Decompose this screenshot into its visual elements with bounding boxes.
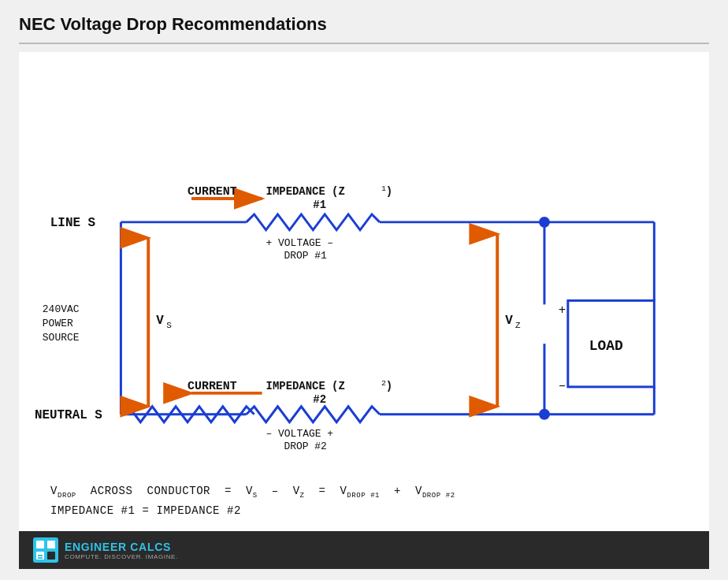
svg-text:V: V bbox=[156, 314, 164, 328]
svg-text:#2: #2 bbox=[313, 393, 326, 406]
brand-name: ENGINEER CALCS bbox=[65, 541, 178, 553]
formula-line-1: VDROP ACROSS CONDUCTOR = VS – VZ = VDROP… bbox=[50, 485, 678, 500]
svg-text:DROP #2: DROP #2 bbox=[284, 441, 326, 452]
svg-rect-52 bbox=[47, 552, 55, 560]
formula-line-2: IMPEDANCE #1 = IMPEDANCE #2 bbox=[50, 504, 678, 517]
diagram-area: LINE S NEUTRAL S 240VAC POWER SOURCE V S… bbox=[19, 60, 709, 478]
svg-text:POWER: POWER bbox=[43, 318, 73, 329]
svg-rect-49 bbox=[36, 541, 44, 548]
circuit-diagram: LINE S NEUTRAL S 240VAC POWER SOURCE V S… bbox=[19, 60, 709, 478]
svg-point-13 bbox=[539, 409, 550, 420]
svg-text:LINE S: LINE S bbox=[50, 216, 96, 230]
svg-point-12 bbox=[539, 217, 550, 228]
svg-text:Z: Z bbox=[515, 321, 521, 330]
brand-icon bbox=[33, 537, 58, 563]
svg-text:NEUTRAL S: NEUTRAL S bbox=[35, 408, 102, 422]
svg-text:#1: #1 bbox=[313, 199, 326, 211]
brand-tagline: COMPUTE. DISCOVER. IMAGINE. bbox=[65, 553, 178, 560]
svg-text:V: V bbox=[505, 314, 513, 328]
footer: ENGINEER CALCS COMPUTE. DISCOVER. IMAGIN… bbox=[19, 531, 709, 569]
page-title: NEC Voltage Drop Recommendations bbox=[19, 14, 709, 35]
svg-text:CURRENT: CURRENT bbox=[188, 185, 237, 198]
svg-text:CURRENT: CURRENT bbox=[188, 380, 237, 392]
svg-text:+: + bbox=[559, 303, 566, 318]
svg-text:): ) bbox=[386, 185, 392, 198]
svg-text:IMPEDANCE (Z: IMPEDANCE (Z bbox=[266, 380, 345, 392]
svg-text:240VAC: 240VAC bbox=[43, 303, 80, 315]
formula-vdrop: VDROP ACROSS CONDUCTOR = VS – VZ = VDROP… bbox=[50, 485, 455, 500]
svg-text:SOURCE: SOURCE bbox=[43, 332, 80, 344]
svg-text:IMPEDANCE (Z: IMPEDANCE (Z bbox=[266, 185, 345, 198]
svg-text:+ VOLTAGE –: + VOLTAGE – bbox=[266, 237, 333, 249]
svg-text:DROP #1: DROP #1 bbox=[284, 250, 327, 262]
page: NEC Voltage Drop Recommendations bbox=[0, 0, 728, 580]
divider bbox=[19, 43, 709, 44]
svg-rect-50 bbox=[47, 541, 55, 548]
formula-area: VDROP ACROSS CONDUCTOR = VS – VZ = VDROP… bbox=[19, 478, 709, 531]
svg-text:–: – bbox=[559, 379, 566, 393]
svg-text:LOAD: LOAD bbox=[589, 338, 623, 354]
footer-logo: ENGINEER CALCS COMPUTE. DISCOVER. IMAGIN… bbox=[33, 537, 178, 563]
formula-impedance: IMPEDANCE #1 = IMPEDANCE #2 bbox=[50, 504, 241, 517]
svg-text:): ) bbox=[386, 380, 392, 392]
footer-text: ENGINEER CALCS COMPUTE. DISCOVER. IMAGIN… bbox=[65, 541, 178, 560]
svg-text:– VOLTAGE +: – VOLTAGE + bbox=[266, 428, 334, 440]
main-content: LINE S NEUTRAL S 240VAC POWER SOURCE V S… bbox=[19, 52, 709, 531]
svg-text:S: S bbox=[166, 321, 172, 330]
